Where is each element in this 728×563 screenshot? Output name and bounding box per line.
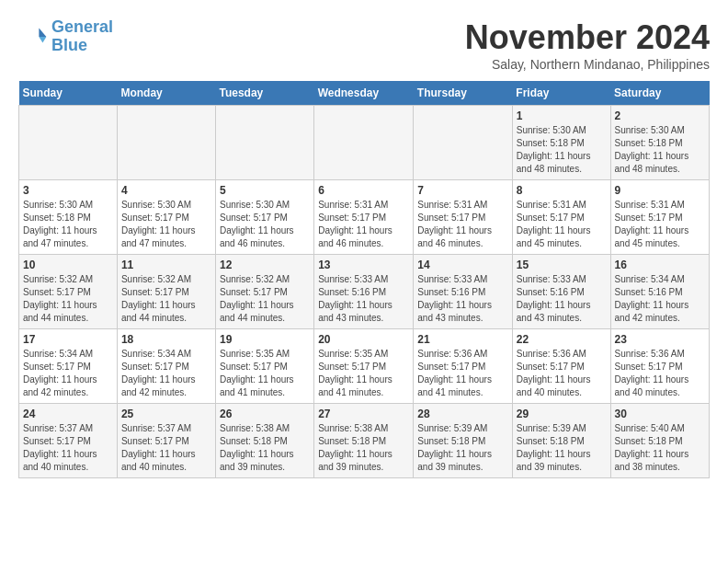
calendar-cell: 3Sunrise: 5:30 AMSunset: 5:18 PMDaylight… <box>19 180 118 255</box>
day-number: 11 <box>121 259 211 271</box>
calendar-cell: 19Sunrise: 5:35 AMSunset: 5:17 PMDayligh… <box>215 329 313 404</box>
calendar-cell: 17Sunrise: 5:34 AMSunset: 5:17 PMDayligh… <box>19 329 118 404</box>
calendar-cell: 9Sunrise: 5:31 AMSunset: 5:17 PMDaylight… <box>610 180 709 255</box>
day-number: 13 <box>318 259 409 271</box>
day-info: Sunrise: 5:30 AMSunset: 5:18 PMDaylight:… <box>615 124 705 176</box>
day-info: Sunrise: 5:31 AMSunset: 5:17 PMDaylight:… <box>318 199 409 250</box>
day-number: 21 <box>417 333 508 346</box>
calendar-cell <box>117 106 215 180</box>
day-info: Sunrise: 5:36 AMSunset: 5:17 PMDaylight:… <box>417 348 508 399</box>
day-number: 29 <box>517 408 607 420</box>
svg-marker-0 <box>39 28 46 37</box>
day-info: Sunrise: 5:31 AMSunset: 5:17 PMDaylight:… <box>517 199 607 250</box>
calendar-cell: 10Sunrise: 5:32 AMSunset: 5:17 PMDayligh… <box>19 255 118 329</box>
calendar-cell: 15Sunrise: 5:33 AMSunset: 5:16 PMDayligh… <box>512 255 610 329</box>
calendar-cell <box>19 106 118 180</box>
day-info: Sunrise: 5:38 AMSunset: 5:18 PMDaylight:… <box>318 422 409 474</box>
page-header: General Blue November 2024 Salay, Northe… <box>18 18 710 72</box>
calendar-cell: 30Sunrise: 5:40 AMSunset: 5:18 PMDayligh… <box>610 404 709 478</box>
calendar-cell: 21Sunrise: 5:36 AMSunset: 5:17 PMDayligh… <box>414 329 513 404</box>
day-number: 22 <box>517 333 607 346</box>
day-info: Sunrise: 5:34 AMSunset: 5:17 PMDaylight:… <box>121 348 211 399</box>
day-number: 28 <box>417 408 508 420</box>
day-info: Sunrise: 5:33 AMSunset: 5:16 PMDaylight:… <box>318 273 409 325</box>
day-info: Sunrise: 5:40 AMSunset: 5:18 PMDaylight:… <box>615 422 705 474</box>
day-info: Sunrise: 5:30 AMSunset: 5:17 PMDaylight:… <box>220 199 310 250</box>
weekday-header: Monday <box>117 81 215 106</box>
logo: General Blue <box>18 18 113 55</box>
day-info: Sunrise: 5:31 AMSunset: 5:17 PMDaylight:… <box>615 199 705 250</box>
calendar-cell: 24Sunrise: 5:37 AMSunset: 5:17 PMDayligh… <box>19 404 118 478</box>
day-info: Sunrise: 5:37 AMSunset: 5:17 PMDaylight:… <box>121 422 211 474</box>
weekday-header: Thursday <box>414 81 513 106</box>
calendar-week-row: 1Sunrise: 5:30 AMSunset: 5:18 PMDaylight… <box>19 106 710 180</box>
calendar-cell: 23Sunrise: 5:36 AMSunset: 5:17 PMDayligh… <box>610 329 709 404</box>
calendar-cell: 22Sunrise: 5:36 AMSunset: 5:17 PMDayligh… <box>512 329 610 404</box>
calendar-cell: 12Sunrise: 5:32 AMSunset: 5:17 PMDayligh… <box>215 255 313 329</box>
day-info: Sunrise: 5:35 AMSunset: 5:17 PMDaylight:… <box>220 348 310 399</box>
day-number: 10 <box>23 259 113 271</box>
day-number: 26 <box>220 408 310 420</box>
day-number: 6 <box>318 184 409 197</box>
logo-text: General Blue <box>51 18 113 55</box>
day-number: 2 <box>615 109 705 122</box>
day-info: Sunrise: 5:30 AMSunset: 5:17 PMDaylight:… <box>121 199 211 250</box>
calendar-cell: 7Sunrise: 5:31 AMSunset: 5:17 PMDaylight… <box>414 180 513 255</box>
calendar-cell: 6Sunrise: 5:31 AMSunset: 5:17 PMDaylight… <box>314 180 414 255</box>
day-number: 3 <box>23 184 113 197</box>
svg-marker-1 <box>39 37 46 42</box>
day-number: 27 <box>318 408 409 420</box>
calendar-week-row: 3Sunrise: 5:30 AMSunset: 5:18 PMDaylight… <box>19 180 710 255</box>
weekday-header: Saturday <box>610 81 709 106</box>
weekday-header: Tuesday <box>215 81 313 106</box>
day-info: Sunrise: 5:33 AMSunset: 5:16 PMDaylight:… <box>517 273 607 325</box>
month-title: November 2024 <box>465 18 710 57</box>
day-number: 12 <box>220 259 310 271</box>
calendar-cell: 27Sunrise: 5:38 AMSunset: 5:18 PMDayligh… <box>314 404 414 478</box>
day-number: 19 <box>220 333 310 346</box>
day-info: Sunrise: 5:30 AMSunset: 5:18 PMDaylight:… <box>23 199 113 250</box>
calendar-cell <box>414 106 513 180</box>
day-info: Sunrise: 5:32 AMSunset: 5:17 PMDaylight:… <box>220 273 310 325</box>
day-number: 30 <box>615 408 705 420</box>
title-block: November 2024 Salay, Northern Mindanao, … <box>465 18 710 72</box>
calendar-cell: 25Sunrise: 5:37 AMSunset: 5:17 PMDayligh… <box>117 404 215 478</box>
weekday-header: Wednesday <box>314 81 414 106</box>
calendar-cell: 20Sunrise: 5:35 AMSunset: 5:17 PMDayligh… <box>314 329 414 404</box>
day-info: Sunrise: 5:38 AMSunset: 5:18 PMDaylight:… <box>220 422 310 474</box>
calendar-week-row: 17Sunrise: 5:34 AMSunset: 5:17 PMDayligh… <box>19 329 710 404</box>
day-info: Sunrise: 5:30 AMSunset: 5:18 PMDaylight:… <box>517 124 607 176</box>
day-number: 1 <box>517 109 607 122</box>
calendar-cell: 28Sunrise: 5:39 AMSunset: 5:18 PMDayligh… <box>414 404 513 478</box>
calendar-week-row: 10Sunrise: 5:32 AMSunset: 5:17 PMDayligh… <box>19 255 710 329</box>
day-number: 24 <box>23 408 113 420</box>
logo-line1: General <box>51 17 113 36</box>
day-info: Sunrise: 5:39 AMSunset: 5:18 PMDaylight:… <box>517 422 607 474</box>
day-info: Sunrise: 5:33 AMSunset: 5:16 PMDaylight:… <box>417 273 508 325</box>
day-info: Sunrise: 5:37 AMSunset: 5:17 PMDaylight:… <box>23 422 113 474</box>
day-number: 5 <box>220 184 310 197</box>
day-info: Sunrise: 5:34 AMSunset: 5:16 PMDaylight:… <box>615 273 705 325</box>
location: Salay, Northern Mindanao, Philippines <box>465 57 710 72</box>
calendar-cell: 13Sunrise: 5:33 AMSunset: 5:16 PMDayligh… <box>314 255 414 329</box>
weekday-header: Sunday <box>19 81 118 106</box>
calendar-cell: 5Sunrise: 5:30 AMSunset: 5:17 PMDaylight… <box>215 180 313 255</box>
calendar-cell: 2Sunrise: 5:30 AMSunset: 5:18 PMDaylight… <box>610 106 709 180</box>
calendar-cell: 4Sunrise: 5:30 AMSunset: 5:17 PMDaylight… <box>117 180 215 255</box>
day-info: Sunrise: 5:32 AMSunset: 5:17 PMDaylight:… <box>23 273 113 325</box>
day-number: 23 <box>615 333 705 346</box>
day-number: 9 <box>615 184 705 197</box>
calendar-table: SundayMondayTuesdayWednesdayThursdayFrid… <box>18 81 710 478</box>
calendar-cell <box>215 106 313 180</box>
day-info: Sunrise: 5:34 AMSunset: 5:17 PMDaylight:… <box>23 348 113 399</box>
day-info: Sunrise: 5:36 AMSunset: 5:17 PMDaylight:… <box>517 348 607 399</box>
day-info: Sunrise: 5:32 AMSunset: 5:17 PMDaylight:… <box>121 273 211 325</box>
calendar-cell: 11Sunrise: 5:32 AMSunset: 5:17 PMDayligh… <box>117 255 215 329</box>
calendar-cell: 16Sunrise: 5:34 AMSunset: 5:16 PMDayligh… <box>610 255 709 329</box>
day-info: Sunrise: 5:36 AMSunset: 5:17 PMDaylight:… <box>615 348 705 399</box>
day-number: 20 <box>318 333 409 346</box>
day-info: Sunrise: 5:35 AMSunset: 5:17 PMDaylight:… <box>318 348 409 399</box>
weekday-header-row: SundayMondayTuesdayWednesdayThursdayFrid… <box>19 81 710 106</box>
day-number: 18 <box>121 333 211 346</box>
day-number: 8 <box>517 184 607 197</box>
